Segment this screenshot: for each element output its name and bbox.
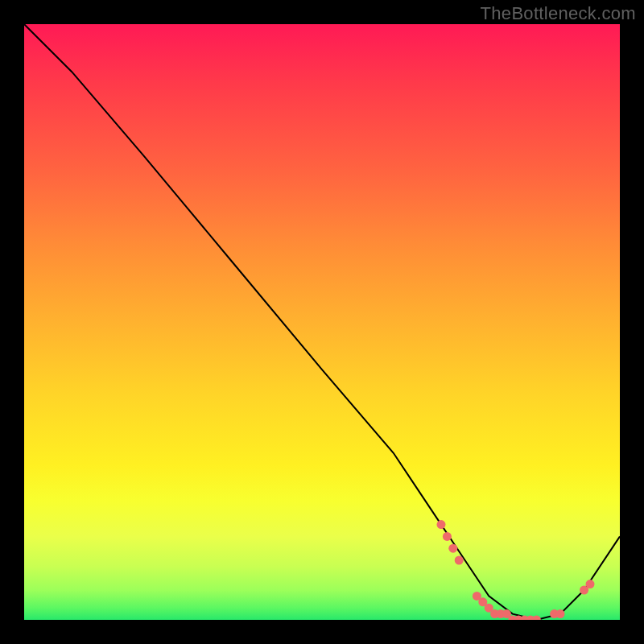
bottleneck-curve [24, 24, 620, 620]
chart-stage: TheBottleneck.com [0, 0, 644, 644]
highlight-dot [586, 580, 595, 588]
watermark-text: TheBottleneck.com [481, 3, 636, 24]
chart-plot-area [24, 24, 620, 620]
highlight-dot [448, 544, 457, 553]
highlight-dot [443, 532, 452, 541]
chart-svg [24, 24, 620, 620]
highlighted-dots-group [437, 520, 595, 620]
highlight-dot [455, 556, 464, 565]
highlight-dot [532, 616, 541, 621]
highlight-dot [556, 609, 565, 618]
highlight-dot [437, 520, 446, 529]
